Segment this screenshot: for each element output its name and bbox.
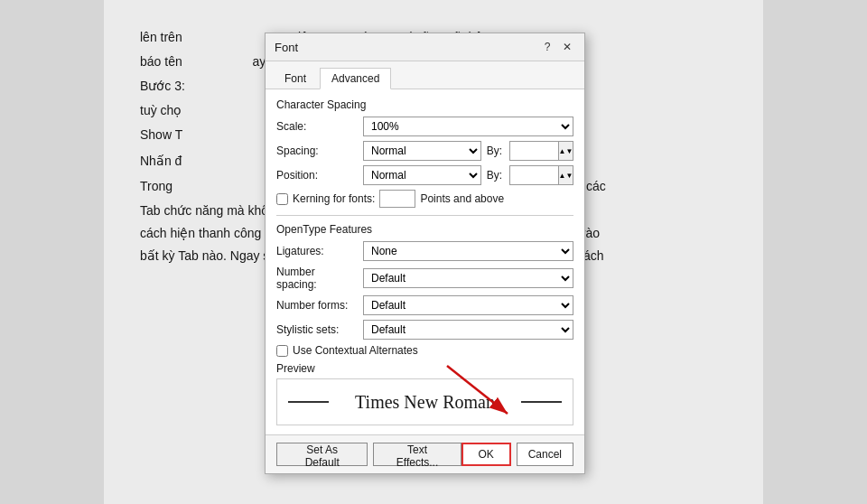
position-label: Position: <box>276 169 358 182</box>
opentype-title: OpenType Features <box>276 223 573 236</box>
spacing-row: Spacing: Normal By: ▲▼ <box>276 141 573 161</box>
spacing-by-input[interactable] <box>509 141 559 161</box>
points-label: Points and above <box>420 192 504 205</box>
dialog-close-button[interactable]: ✕ <box>559 39 575 55</box>
tab-advanced[interactable]: Advanced <box>320 68 391 89</box>
divider-1 <box>276 215 573 216</box>
preview-box: Times New Roman <box>276 378 573 425</box>
font-dialog: Font ? ✕ Font Advanced Character Spacing… <box>265 33 585 474</box>
character-spacing-title: Character Spacing <box>276 98 573 111</box>
preview-line-right <box>521 401 562 403</box>
dialog-tabs: Font Advanced <box>266 61 584 89</box>
spacing-by-spin-btn[interactable]: ▲▼ <box>559 141 573 161</box>
preview-section: Preview Times New Roman <box>276 362 573 425</box>
by-label-2: By: <box>487 169 502 182</box>
preview-label: Preview <box>276 362 573 375</box>
number-spacing-row: Number spacing: Default <box>276 266 573 291</box>
stylistic-sets-label: Stylistic sets: <box>276 323 358 336</box>
dialog-titlebar: Font ? ✕ <box>266 33 584 61</box>
number-spacing-select[interactable]: Default <box>363 268 573 288</box>
scale-label: Scale: <box>276 120 358 133</box>
contextual-label: Use Contextual Alternates <box>293 344 418 357</box>
dialog-body: Character Spacing Scale: 100% Spacing: N… <box>266 89 584 434</box>
number-forms-row: Number forms: Default <box>276 295 573 315</box>
ligatures-select[interactable]: None <box>363 241 573 261</box>
contextual-checkbox[interactable] <box>276 345 288 357</box>
cancel-button[interactable]: Cancel <box>517 443 573 466</box>
stylistic-sets-select[interactable]: Default <box>363 320 573 340</box>
footer-left-buttons: Set As Default Text Effects... <box>276 443 461 466</box>
position-by-spin-btn[interactable]: ▲▼ <box>559 165 573 185</box>
number-forms-select[interactable]: Default <box>363 295 573 315</box>
dialog-controls: ? ✕ <box>539 39 575 55</box>
by-label-1: By: <box>487 145 502 157</box>
kerning-checkbox[interactable] <box>276 193 288 205</box>
dialog-help-button[interactable]: ? <box>539 39 555 55</box>
stylistic-sets-row: Stylistic sets: Default <box>276 320 573 340</box>
kerning-label: Kerning for fonts: <box>293 192 375 205</box>
spacing-by-spin: ▲▼ <box>509 141 573 161</box>
contextual-row: Use Contextual Alternates <box>276 344 573 357</box>
dialog-footer: Set As Default Text Effects... OK Cancel <box>266 434 584 473</box>
text-effects-button[interactable]: Text Effects... <box>373 443 461 466</box>
ligatures-label: Ligatures: <box>276 245 358 257</box>
scale-row: Scale: 100% <box>276 117 573 136</box>
position-row: Position: Normal By: ▲▼ <box>276 165 573 185</box>
kerning-input[interactable] <box>379 190 415 208</box>
preview-text: Times New Roman <box>355 392 495 413</box>
dialog-title: Font <box>275 41 298 54</box>
set-as-default-button[interactable]: Set As Default <box>276 443 368 466</box>
ligatures-row: Ligatures: None <box>276 241 573 261</box>
ok-button[interactable]: OK <box>461 443 511 466</box>
tab-font[interactable]: Font <box>273 68 318 89</box>
spacing-label: Spacing: <box>276 145 358 157</box>
position-by-spin: ▲▼ <box>509 165 573 185</box>
scale-select[interactable]: 100% <box>363 117 573 136</box>
position-by-input[interactable] <box>509 165 559 185</box>
footer-right-buttons: OK Cancel <box>461 443 573 466</box>
kerning-row: Kerning for fonts: Points and above <box>276 190 573 208</box>
position-select[interactable]: Normal <box>363 165 481 185</box>
preview-line-left <box>288 401 329 403</box>
number-spacing-label: Number spacing: <box>276 266 358 291</box>
spacing-select[interactable]: Normal <box>363 141 481 161</box>
number-forms-label: Number forms: <box>276 299 358 312</box>
